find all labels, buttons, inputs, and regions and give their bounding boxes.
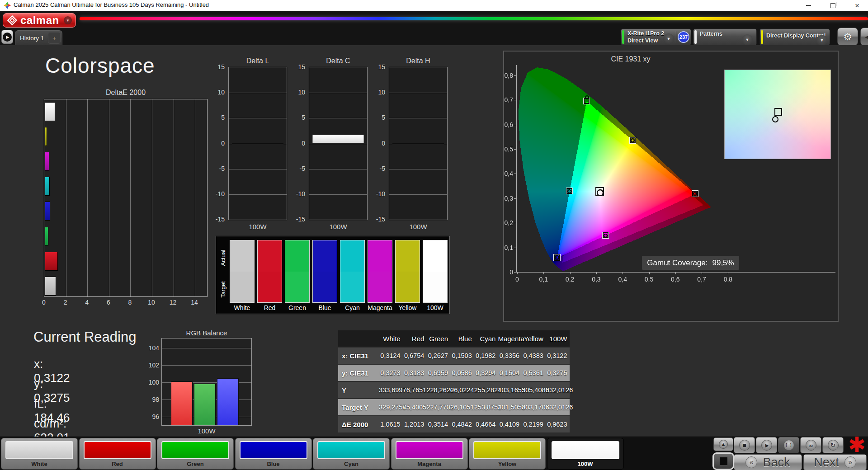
target-swatch [368, 272, 392, 303]
stop-icon: ■ [739, 440, 750, 451]
target-swatch [396, 272, 420, 303]
delta-e-bar-cyan [45, 177, 50, 196]
cie-1931-panel: CIE 1931 xy 00,10,20,30,40,50,60,70,800,… [503, 51, 839, 322]
table-row-label: y: CIE31 [338, 369, 379, 377]
table-cell: 228,2620 [426, 386, 450, 394]
cie-measured-marker-green [585, 95, 589, 99]
window-titlebar: Calman 2025 Calman Ultimate for Business… [0, 0, 868, 11]
table-cell: 0,4383 [522, 352, 546, 359]
delta-e-gridline [130, 99, 131, 296]
session-play-button[interactable]: ▶ [1, 30, 13, 44]
restore-icon [830, 3, 835, 8]
pattern-list-up-button[interactable]: ▲ [713, 437, 733, 451]
meter-mode: Direct View [627, 38, 658, 44]
delta-y-tick: 0 [290, 140, 305, 147]
target-swatch [285, 272, 309, 303]
pattern-swatch [317, 441, 385, 459]
table-cell: 0,3356 [498, 352, 522, 359]
logo-dropdown-caret-icon[interactable]: ▼ [64, 16, 72, 24]
rgb-y-tick: 102 [146, 362, 159, 369]
table-cell: 632,0126 [546, 404, 570, 411]
single-measure-button[interactable]: [··] [778, 437, 799, 453]
refresh-button[interactable]: ↻ [822, 437, 844, 453]
meter-dropdown[interactable]: X-Rite i1Pro 2 Direct View ▼ 237 [621, 28, 691, 46]
tab-history-1[interactable]: History 1 + [15, 30, 62, 45]
play-icon: ▶ [3, 33, 12, 42]
delta-y-tick: -5 [370, 165, 385, 172]
delta-e-chart [44, 99, 208, 297]
rainbow-divider [80, 17, 868, 20]
minimize-button[interactable] [799, 0, 817, 11]
delta-x-label: 100W [389, 223, 448, 230]
delta-gridline [309, 194, 367, 195]
pattern-window-button[interactable] [712, 452, 734, 470]
table-cell: 0,6959 [426, 369, 450, 376]
table-row-2: y: CIE310,32730,31830,69590,05860,32940,… [338, 365, 570, 381]
delta-chart-1 [228, 67, 287, 220]
display-control-dropdown[interactable]: Direct Display Control ▼ [760, 28, 830, 46]
delta-e-bar-yellow [45, 127, 47, 146]
next-label: Next [814, 456, 839, 470]
pattern-tile-label: White [1, 461, 77, 467]
pattern-tile-magenta[interactable]: Magenta [391, 438, 468, 470]
delta-gridline [229, 194, 287, 195]
table-cell: 0,6754 [403, 352, 427, 359]
pattern-tile-100w[interactable]: 100W [547, 438, 624, 470]
settings-button[interactable]: ⚙ [837, 28, 858, 46]
continuous-measure-button[interactable]: ∞ [800, 437, 821, 453]
rgb-balance-x-label: 100W [161, 427, 252, 435]
table-cell: 0,3275 [546, 369, 570, 376]
patterns-caret-icon[interactable]: ▼ [742, 34, 753, 45]
next-button[interactable]: Next » [803, 454, 867, 470]
delta-y-tick: -10 [290, 190, 305, 197]
close-icon: × [855, 2, 859, 9]
pattern-bar: ▲ ■ ▶ [··] ∞ ↻ ✱ « Back Next » WhiteRedG… [0, 437, 868, 470]
play-measure-button[interactable]: ▶ [756, 437, 777, 453]
restore-button[interactable] [824, 0, 842, 11]
pattern-tile-white[interactable]: White [1, 438, 78, 470]
delta-e-bar-100w [45, 102, 55, 121]
display-control-caret-icon[interactable]: ▼ [816, 35, 827, 46]
pattern-tile-red[interactable]: Red [79, 438, 156, 470]
pattern-tile-blue[interactable]: Blue [235, 438, 312, 470]
infinity-icon: ∞ [806, 440, 816, 451]
table-cell: 255,2824 [474, 386, 498, 394]
back-button[interactable]: « Back [734, 454, 802, 470]
delta-e-x-tick: 12 [168, 299, 179, 306]
patterns-dropdown[interactable]: Patterns ▼ [693, 28, 757, 46]
meter-caret-icon[interactable]: ▼ [663, 33, 674, 44]
gear-icon: ⚙ [843, 31, 852, 42]
table-cell: 227,7702 [426, 404, 450, 411]
meter-name: X-Rite i1Pro 2 [627, 30, 664, 37]
add-tab-button[interactable]: + [48, 32, 61, 44]
current-reading-title: Current Reading [33, 329, 136, 345]
collapse-panel-button[interactable]: ◀ [860, 28, 868, 46]
delta-e-gridline [66, 99, 66, 296]
play-measure-icon: ▶ [761, 440, 772, 451]
pattern-tile-label: 100W [547, 461, 623, 467]
pattern-tile-cyan[interactable]: Cyan [313, 438, 390, 470]
close-button[interactable]: × [848, 0, 866, 11]
table-cell: 1,2013 [403, 421, 427, 428]
meter-count-badge[interactable]: 237 [678, 31, 689, 43]
delta-e-gridline [109, 99, 109, 296]
pattern-tile-yellow[interactable]: Yellow [469, 438, 546, 470]
rgb-balance-title: RGB Balance [161, 329, 252, 337]
stop-button[interactable]: ■ [734, 437, 755, 453]
table-cell: 101,5056 [498, 404, 522, 411]
target-swatch [423, 272, 447, 303]
table-cell: 0,3124 [379, 352, 403, 359]
calman-menu-button[interactable]: calman ▼ [3, 13, 76, 28]
table-cell: 26,1051 [450, 404, 474, 411]
table-cell: 0,3183 [403, 369, 427, 376]
table-cell: 632,0126 [546, 386, 570, 394]
pattern-tile-label: Yellow [469, 461, 545, 467]
compare-column-green [285, 240, 310, 303]
actual-swatch [230, 240, 254, 272]
meter-accent [622, 30, 624, 44]
table-column-header: Green [426, 335, 450, 343]
delta-y-tick: 5 [370, 114, 385, 121]
actual-swatch [285, 240, 309, 272]
delta-chart-title: Delta L [212, 57, 303, 65]
pattern-tile-green[interactable]: Green [157, 438, 234, 470]
